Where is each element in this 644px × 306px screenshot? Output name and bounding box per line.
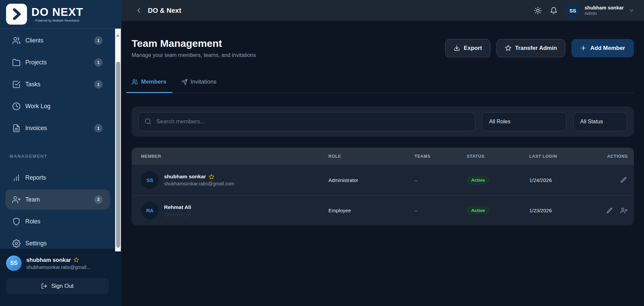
- sidebar-item-invoices[interactable]: Invoices 1: [0, 117, 122, 139]
- remove-member-button[interactable]: [620, 207, 627, 214]
- star-icon: [209, 174, 214, 180]
- column-header-role: ROLE: [328, 154, 414, 159]
- users-icon: [12, 36, 21, 45]
- sidebar-item-label: Projects: [25, 59, 47, 66]
- table-row: RA Rehmat Ali @rehmat_ali Employee – Act…: [132, 195, 634, 225]
- avatar: SS: [6, 255, 22, 271]
- search-members-input[interactable]: [138, 112, 475, 131]
- table-row: SS shubham sonkar shubhamsonkar.rabs@gma…: [132, 165, 634, 195]
- count-badge: 1: [94, 58, 103, 67]
- tab-invitations[interactable]: Invitations: [176, 75, 223, 93]
- clock-icon: [12, 102, 21, 111]
- bell-icon: [550, 7, 558, 14]
- member-email: @rehmat_ali: [164, 212, 191, 217]
- member-name: Rehmat Ali: [164, 204, 191, 210]
- notifications-button[interactable]: [550, 7, 558, 14]
- sidebar-item-label: Roles: [25, 218, 41, 225]
- sidebar-item-label: Tasks: [25, 81, 41, 88]
- sidebar-item-team[interactable]: Team 2: [5, 189, 110, 210]
- transfer-admin-button[interactable]: Transfer Admin: [497, 39, 565, 57]
- topbar-title: DO & Next: [148, 7, 181, 14]
- logout-icon: [41, 283, 47, 289]
- user-plus-icon: [12, 195, 21, 204]
- status-badge: Active: [467, 176, 489, 184]
- sidebar-item-projects[interactable]: Projects 1: [0, 52, 122, 73]
- sidebar-item-label: Reports: [25, 174, 46, 181]
- user-role: Admin: [585, 11, 624, 16]
- table-header-row: MEMBER ROLE TEAMS STATUS LAST LOGIN ACTI…: [132, 148, 634, 165]
- scrollbar-thumb[interactable]: [116, 62, 120, 248]
- sidebar-item-clients[interactable]: Clients 1: [0, 30, 122, 52]
- count-badge: 1: [94, 36, 103, 45]
- roles-filter-select[interactable]: All Roles: [482, 112, 566, 131]
- page-content: Team Management Manage your team members…: [122, 21, 644, 306]
- member-email: shubhamsonkar.rabs@gmail.com: [164, 181, 234, 186]
- sidebar-item-label: Invoices: [25, 125, 47, 132]
- tab-members[interactable]: Members: [126, 75, 172, 93]
- avatar: SS: [566, 3, 580, 18]
- tab-bar: Members Invitations: [132, 75, 634, 93]
- column-header-status: STATUS: [467, 154, 529, 159]
- shield-icon: [12, 217, 21, 226]
- column-header-teams: TEAMS: [414, 154, 467, 159]
- avatar: SS: [141, 171, 159, 189]
- sidebar-item-roles[interactable]: Roles: [0, 211, 122, 233]
- sidebar-nav: Clients 1 Projects 1 Tasks 1 Work Log: [0, 30, 122, 139]
- column-header-actions: ACTIONS: [603, 154, 634, 159]
- sidebar-item-label: Work Log: [25, 103, 51, 110]
- members-table: MEMBER ROLE TEAMS STATUS LAST LOGIN ACTI…: [132, 148, 634, 225]
- sidebar-user-info[interactable]: SS shubham sonkar shubhamsonkar.rabs@gma…: [6, 255, 115, 271]
- user-name: shubham sonkar: [585, 5, 624, 10]
- column-header-member: MEMBER: [132, 154, 328, 159]
- export-button[interactable]: Export: [445, 39, 490, 57]
- member-name: shubham sonkar: [164, 174, 234, 180]
- member-role: Employee: [328, 208, 414, 213]
- back-button[interactable]: [135, 7, 142, 14]
- main-area: DO & Next SS shubham sonkar Admin: [122, 0, 644, 306]
- sidebar-item-reports[interactable]: Reports: [0, 167, 122, 189]
- status-badge: Active: [467, 206, 489, 215]
- column-header-last-login: LAST LOGIN: [529, 154, 603, 159]
- count-badge: 2: [94, 195, 103, 204]
- member-last-login: 1/23/2026: [529, 208, 603, 213]
- sun-icon: [534, 7, 542, 14]
- filters-panel: All Roles All Status: [132, 106, 634, 137]
- sidebar-item-tasks[interactable]: Tasks 1: [0, 73, 122, 95]
- topbar: DO & Next SS shubham sonkar Admin: [122, 0, 644, 21]
- sidebar-scrollbar[interactable]: [115, 29, 121, 251]
- sidebar-item-label: Clients: [25, 37, 44, 44]
- member-teams: –: [414, 208, 467, 213]
- edit-pencil-icon: [606, 207, 613, 214]
- member-role: Administrator: [328, 177, 414, 183]
- logo-subtitle: Powered by Multiple Revolution: [31, 19, 83, 22]
- page-title: Team Management: [132, 38, 256, 49]
- edit-member-button[interactable]: [606, 207, 613, 214]
- send-icon: [181, 79, 188, 85]
- sidebar: DO NEXT Powered by Multiple Revolution C…: [0, 0, 122, 306]
- count-badge: 1: [94, 124, 103, 132]
- member-last-login: 1/24/2026: [529, 177, 603, 183]
- page-subtitle: Manage your team members, teams, and inv…: [132, 52, 256, 58]
- edit-pencil-icon: [620, 177, 627, 183]
- sidebar-item-work-log[interactable]: Work Log: [0, 95, 122, 117]
- sidebar-section-management: MANAGEMENT: [9, 154, 122, 159]
- user-menu[interactable]: SS shubham sonkar Admin: [566, 3, 635, 18]
- theme-toggle-button[interactable]: [534, 7, 542, 14]
- logo-chevron-icon: [6, 4, 27, 25]
- plus-icon: [580, 45, 587, 51]
- star-icon: [505, 45, 511, 51]
- chevron-left-icon: [135, 7, 142, 14]
- add-member-button[interactable]: Add Member: [571, 39, 634, 57]
- sidebar-user-card: SS shubham sonkar shubhamsonkar.rabs@gma…: [0, 249, 122, 306]
- bar-chart-icon: [12, 174, 21, 182]
- file-text-icon: [12, 124, 21, 132]
- count-badge: 1: [94, 80, 103, 89]
- sidebar-item-label: Team: [25, 196, 40, 203]
- status-filter-select[interactable]: All Status: [573, 112, 627, 131]
- sign-out-button[interactable]: Sign Out: [6, 278, 109, 294]
- gear-icon: [12, 239, 21, 248]
- edit-member-button[interactable]: [620, 177, 627, 183]
- chevron-down-icon: [628, 7, 635, 13]
- folder-icon: [12, 58, 21, 67]
- scroll-up-arrow[interactable]: [116, 34, 119, 37]
